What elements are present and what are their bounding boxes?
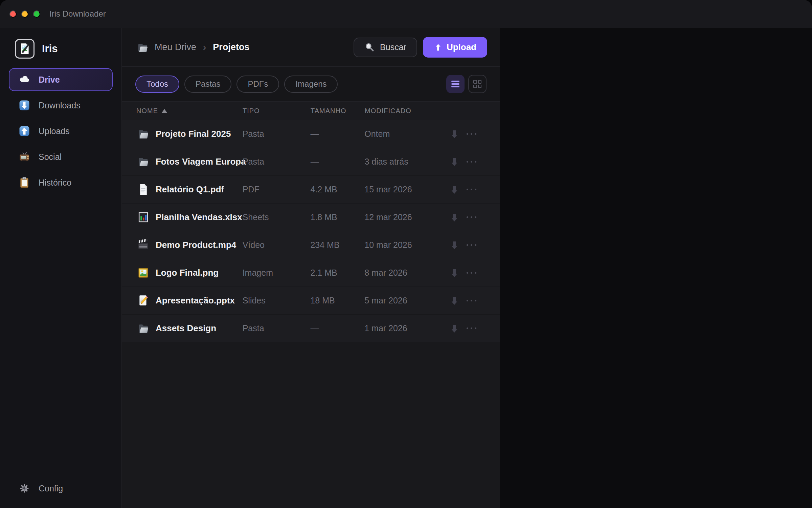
sidebar-footer: Config (0, 477, 121, 508)
sidebar-item-historico[interactable]: Histórico (9, 171, 113, 194)
table-row[interactable]: Planilha Vendas.xlsxSheets1.8 MB12 mar 2… (122, 204, 500, 231)
file-type: Sheets (243, 212, 311, 222)
sidebar: Iris DriveDownloadsUploadsSocialHistóric… (0, 28, 122, 508)
more-options-button[interactable] (467, 300, 476, 301)
column-header-modificado[interactable]: MODIFICADO (365, 107, 500, 115)
file-name: Assets Design (156, 323, 243, 334)
close-window-button[interactable] (9, 10, 17, 18)
more-options-button[interactable] (467, 272, 476, 274)
file-size: — (310, 129, 364, 139)
file-type: Slides (243, 296, 311, 305)
file-size: 234 MB (310, 240, 364, 250)
breadcrumb-parent[interactable]: Meu Drive (155, 42, 196, 52)
sidebar-item-label: Uploads (39, 126, 70, 136)
slides-file-icon (137, 294, 150, 307)
row-actions (449, 212, 500, 223)
file-name: Logo Final.png (156, 268, 243, 278)
row-actions (449, 129, 500, 140)
app-brand: Iris (0, 28, 121, 68)
file-name: Fotos Viagem Europa (156, 156, 243, 167)
file-type-icon-cell (137, 128, 156, 140)
column-header-nome[interactable]: NOME (136, 107, 243, 115)
sidebar-item-label: Downloads (39, 101, 81, 110)
file-type-icon-cell (137, 294, 156, 307)
download-button[interactable] (449, 295, 460, 306)
download-button[interactable] (449, 323, 460, 334)
download-arrow-icon (449, 184, 460, 195)
gear-icon (18, 482, 30, 494)
row-actions (449, 240, 500, 251)
row-actions (449, 295, 500, 306)
table-row[interactable]: Logo Final.pngImagem2.1 MB8 mar 2026 (122, 259, 500, 287)
download-button[interactable] (449, 184, 460, 195)
file-size: — (311, 157, 365, 167)
row-actions (449, 184, 500, 195)
download-button[interactable] (449, 268, 460, 278)
zoom-window-button[interactable] (33, 10, 40, 18)
sort-asc-icon (162, 109, 167, 113)
file-modified: 12 mar 2026 (364, 212, 449, 222)
file-size: 18 MB (310, 296, 364, 305)
app-name: Iris (42, 43, 58, 55)
file-list: Projeto Final 2025Pasta—OntemFotos Viage… (122, 120, 500, 342)
column-header-tamanho[interactable]: TAMANHO (311, 107, 365, 115)
file-type-icon-cell (137, 267, 156, 279)
more-options-button[interactable] (467, 216, 476, 218)
file-type-icon-cell (137, 322, 156, 335)
table-row[interactable]: Relatório Q1.pdfPDF4.2 MB15 mar 2026 (122, 176, 500, 204)
sidebar-item-label: Drive (39, 75, 60, 85)
file-type-icon-cell (137, 183, 156, 196)
file-size: — (310, 323, 364, 333)
download-button[interactable] (449, 240, 460, 251)
more-options-button[interactable] (467, 244, 476, 246)
clipboard-icon (18, 176, 30, 189)
sidebar-item-social[interactable]: Social (9, 145, 113, 168)
sidebar-nav: DriveDownloadsUploadsSocialHistórico (0, 68, 121, 194)
filter-chip-imagens[interactable]: Imagens (284, 76, 338, 93)
main-panel: Meu Drive › Projetos Buscar Upload Todos… (122, 28, 500, 508)
folder-file-icon (137, 322, 150, 335)
table-row[interactable]: Projeto Final 2025Pasta—Ontem (122, 120, 500, 148)
upload-arrow-icon (434, 43, 443, 52)
grid-view-button[interactable] (468, 75, 487, 93)
tv-icon (18, 151, 30, 163)
download-button[interactable] (449, 156, 460, 167)
more-options-button[interactable] (467, 133, 476, 135)
table-row[interactable]: Apresentação.pptxSlides18 MB5 mar 2026 (122, 287, 500, 315)
empty-list-area (122, 342, 500, 508)
table-row[interactable]: Demo Product.mp4Vídeo234 MB10 mar 2026 (122, 231, 500, 259)
breadcrumb-current: Projetos (213, 42, 249, 52)
list-view-button[interactable] (446, 75, 465, 93)
table-row[interactable]: Assets DesignPasta—1 mar 2026 (122, 315, 500, 342)
download-button[interactable] (449, 129, 460, 140)
file-modified: 5 mar 2026 (364, 296, 449, 305)
column-header-tipo[interactable]: TIPO (243, 107, 311, 115)
header-bar: Meu Drive › Projetos Buscar Upload (122, 28, 500, 67)
more-options-button[interactable] (467, 189, 476, 190)
filter-bar: TodosPastasPDFsImagens (122, 67, 500, 102)
filter-chip-todos[interactable]: Todos (135, 76, 179, 93)
sidebar-item-uploads[interactable]: Uploads (9, 120, 113, 143)
upload-button[interactable]: Upload (423, 37, 487, 58)
sidebar-item-label: Config (39, 484, 63, 493)
breadcrumb-separator: › (202, 42, 207, 53)
file-name: Projeto Final 2025 (156, 129, 243, 139)
filter-chip-pdfs[interactable]: PDFs (236, 76, 279, 93)
search-button[interactable]: Buscar (354, 38, 417, 57)
more-options-button[interactable] (467, 161, 476, 163)
sidebar-item-drive[interactable]: Drive (9, 68, 113, 91)
sidebar-item-config[interactable]: Config (9, 477, 113, 500)
sidebar-item-downloads[interactable]: Downloads (9, 94, 113, 117)
app-window: Iris Downloader Iris DriveDownloadsUploa… (0, 0, 812, 508)
column-label: NOME (136, 107, 158, 115)
more-options-button[interactable] (467, 327, 476, 329)
download-arrow-icon (449, 268, 460, 278)
titlebar: Iris Downloader (0, 0, 812, 28)
download-arrow-icon (449, 240, 460, 251)
file-type-icon-cell (137, 211, 156, 224)
filter-chip-pastas[interactable]: Pastas (184, 76, 231, 93)
minimize-window-button[interactable] (21, 10, 28, 18)
download-button[interactable] (449, 212, 460, 223)
table-row[interactable]: Fotos Viagem EuropaPasta—3 dias atrás (122, 148, 500, 176)
video-file-icon (137, 239, 150, 251)
